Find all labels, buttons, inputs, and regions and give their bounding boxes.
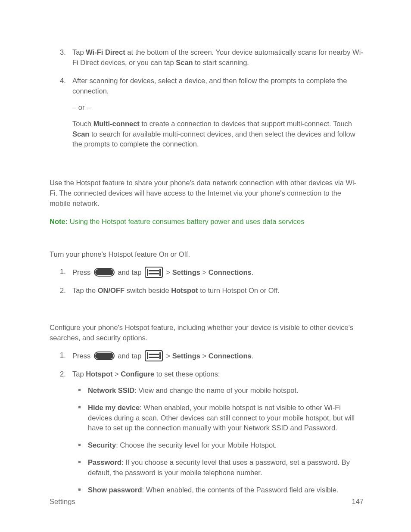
turn-step-2: 2. Tap the ON/OFF switch beside Hotspot … [50, 286, 364, 296]
config-step-1: 1. Press and tap > Settings > Connection… [50, 350, 364, 361]
home-key-icon [94, 268, 115, 277]
press-text: Press [72, 268, 93, 276]
and-tap: and tap [116, 268, 143, 276]
config-steps: 1. Press and tap > Settings > Connection… [50, 350, 364, 495]
config-options: Network SSID: View and change the name o… [72, 386, 364, 495]
list-item: Network SSID: View and change the name o… [72, 386, 364, 396]
step-4-line1: After scanning for devices, select a dev… [72, 76, 364, 96]
text: Tap Wi-Fi Direct at the bottom of the sc… [72, 48, 363, 66]
step-number: 2. [60, 286, 66, 296]
turn-step-1: 1. Press and tap > Settings > Connection… [50, 267, 364, 278]
steps-list-a: 3. Tap Wi-Fi Direct at the bottom of the… [50, 47, 364, 149]
list-item: Show password: When enabled, the content… [72, 485, 364, 495]
list-item: Hide my device: When enabled, your mobil… [72, 403, 364, 434]
footer-right: 147 [352, 497, 364, 507]
page-footer: Settings 147 [50, 497, 364, 507]
step-number: 4. [60, 76, 66, 86]
config-intro: Configure your phone's Hotspot feature, … [50, 323, 364, 343]
hotspot-note: Note: Using the Hotspot feature consumes… [50, 217, 364, 227]
step-4: 4. After scanning for devices, select a … [50, 76, 364, 150]
step-4-or: – or – [72, 103, 364, 113]
list-item: Password: If you choose a security level… [72, 457, 364, 478]
note-text: Using the Hotspot feature consumes batte… [68, 218, 304, 225]
and-tap: and tap [116, 352, 143, 360]
footer-left: Settings [50, 497, 75, 507]
turn-steps: 1. Press and tap > Settings > Connection… [50, 267, 364, 296]
step-number: 1. [60, 267, 66, 277]
hotspot-intro: Use the Hotspot feature to share your ph… [50, 178, 364, 209]
menu-icon [145, 350, 163, 361]
list-item: Security: Choose the security level for … [72, 440, 364, 451]
menu-icon [145, 267, 163, 278]
page: 3. Tap Wi-Fi Direct at the bottom of the… [0, 0, 411, 532]
home-key-icon [94, 352, 115, 360]
turn-intro: Turn your phone's Hotspot feature On or … [50, 249, 364, 260]
press-text: Press [72, 352, 93, 360]
step-number: 1. [60, 350, 66, 361]
step-3: 3. Tap Wi-Fi Direct at the bottom of the… [50, 47, 364, 68]
step-4-line2: Touch Multi-connect to create a connecti… [72, 119, 364, 150]
step-number: 2. [60, 369, 66, 380]
step-number: 3. [60, 47, 66, 58]
note-label: Note: [50, 218, 68, 225]
config-step-2: 2. Tap Hotspot > Configure to set these … [50, 369, 364, 495]
